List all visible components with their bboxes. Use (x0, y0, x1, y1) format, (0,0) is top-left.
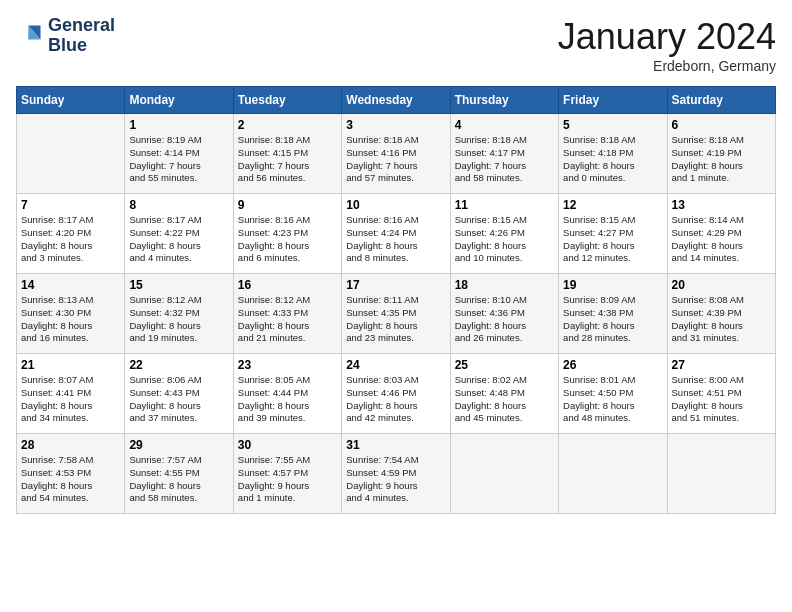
logo-icon (16, 22, 44, 50)
weekday-header: Thursday (450, 87, 558, 114)
calendar-cell (17, 114, 125, 194)
calendar-table: SundayMondayTuesdayWednesdayThursdayFrid… (16, 86, 776, 514)
day-number: 12 (563, 198, 662, 212)
calendar-cell: 6Sunrise: 8:18 AM Sunset: 4:19 PM Daylig… (667, 114, 775, 194)
day-number: 14 (21, 278, 120, 292)
day-number: 28 (21, 438, 120, 452)
calendar-cell: 14Sunrise: 8:13 AM Sunset: 4:30 PM Dayli… (17, 274, 125, 354)
weekday-header-row: SundayMondayTuesdayWednesdayThursdayFrid… (17, 87, 776, 114)
calendar-week-row: 7Sunrise: 8:17 AM Sunset: 4:20 PM Daylig… (17, 194, 776, 274)
logo-text: General Blue (48, 16, 115, 56)
day-number: 18 (455, 278, 554, 292)
calendar-cell: 28Sunrise: 7:58 AM Sunset: 4:53 PM Dayli… (17, 434, 125, 514)
calendar-cell: 4Sunrise: 8:18 AM Sunset: 4:17 PM Daylig… (450, 114, 558, 194)
day-info: Sunrise: 8:18 AM Sunset: 4:17 PM Dayligh… (455, 134, 554, 185)
day-info: Sunrise: 8:15 AM Sunset: 4:26 PM Dayligh… (455, 214, 554, 265)
day-info: Sunrise: 8:00 AM Sunset: 4:51 PM Dayligh… (672, 374, 771, 425)
day-info: Sunrise: 8:17 AM Sunset: 4:20 PM Dayligh… (21, 214, 120, 265)
day-info: Sunrise: 7:57 AM Sunset: 4:55 PM Dayligh… (129, 454, 228, 505)
title-block: January 2024 Erdeborn, Germany (558, 16, 776, 74)
day-number: 15 (129, 278, 228, 292)
day-info: Sunrise: 8:06 AM Sunset: 4:43 PM Dayligh… (129, 374, 228, 425)
day-info: Sunrise: 8:07 AM Sunset: 4:41 PM Dayligh… (21, 374, 120, 425)
day-info: Sunrise: 8:05 AM Sunset: 4:44 PM Dayligh… (238, 374, 337, 425)
calendar-week-row: 21Sunrise: 8:07 AM Sunset: 4:41 PM Dayli… (17, 354, 776, 434)
day-number: 5 (563, 118, 662, 132)
calendar-cell: 25Sunrise: 8:02 AM Sunset: 4:48 PM Dayli… (450, 354, 558, 434)
weekday-header: Monday (125, 87, 233, 114)
day-number: 8 (129, 198, 228, 212)
day-info: Sunrise: 8:14 AM Sunset: 4:29 PM Dayligh… (672, 214, 771, 265)
day-info: Sunrise: 7:54 AM Sunset: 4:59 PM Dayligh… (346, 454, 445, 505)
day-number: 23 (238, 358, 337, 372)
logo: General Blue (16, 16, 115, 56)
calendar-cell: 19Sunrise: 8:09 AM Sunset: 4:38 PM Dayli… (559, 274, 667, 354)
day-info: Sunrise: 8:13 AM Sunset: 4:30 PM Dayligh… (21, 294, 120, 345)
day-number: 13 (672, 198, 771, 212)
calendar-week-row: 14Sunrise: 8:13 AM Sunset: 4:30 PM Dayli… (17, 274, 776, 354)
day-number: 6 (672, 118, 771, 132)
day-number: 16 (238, 278, 337, 292)
day-number: 29 (129, 438, 228, 452)
calendar-cell: 15Sunrise: 8:12 AM Sunset: 4:32 PM Dayli… (125, 274, 233, 354)
calendar-cell: 20Sunrise: 8:08 AM Sunset: 4:39 PM Dayli… (667, 274, 775, 354)
day-number: 10 (346, 198, 445, 212)
day-info: Sunrise: 8:15 AM Sunset: 4:27 PM Dayligh… (563, 214, 662, 265)
day-info: Sunrise: 7:58 AM Sunset: 4:53 PM Dayligh… (21, 454, 120, 505)
day-info: Sunrise: 8:12 AM Sunset: 4:32 PM Dayligh… (129, 294, 228, 345)
weekday-header: Saturday (667, 87, 775, 114)
weekday-header: Friday (559, 87, 667, 114)
weekday-header: Sunday (17, 87, 125, 114)
calendar-cell: 27Sunrise: 8:00 AM Sunset: 4:51 PM Dayli… (667, 354, 775, 434)
day-info: Sunrise: 8:18 AM Sunset: 4:19 PM Dayligh… (672, 134, 771, 185)
day-info: Sunrise: 8:08 AM Sunset: 4:39 PM Dayligh… (672, 294, 771, 345)
day-info: Sunrise: 8:16 AM Sunset: 4:24 PM Dayligh… (346, 214, 445, 265)
day-info: Sunrise: 8:11 AM Sunset: 4:35 PM Dayligh… (346, 294, 445, 345)
calendar-week-row: 28Sunrise: 7:58 AM Sunset: 4:53 PM Dayli… (17, 434, 776, 514)
calendar-cell: 1Sunrise: 8:19 AM Sunset: 4:14 PM Daylig… (125, 114, 233, 194)
day-number: 31 (346, 438, 445, 452)
calendar-cell: 5Sunrise: 8:18 AM Sunset: 4:18 PM Daylig… (559, 114, 667, 194)
page-header: General Blue January 2024 Erdeborn, Germ… (16, 16, 776, 74)
logo-line2: Blue (48, 36, 115, 56)
calendar-cell: 2Sunrise: 8:18 AM Sunset: 4:15 PM Daylig… (233, 114, 341, 194)
day-number: 19 (563, 278, 662, 292)
calendar-cell: 12Sunrise: 8:15 AM Sunset: 4:27 PM Dayli… (559, 194, 667, 274)
weekday-header: Wednesday (342, 87, 450, 114)
day-number: 1 (129, 118, 228, 132)
day-number: 27 (672, 358, 771, 372)
day-number: 3 (346, 118, 445, 132)
calendar-week-row: 1Sunrise: 8:19 AM Sunset: 4:14 PM Daylig… (17, 114, 776, 194)
calendar-cell: 17Sunrise: 8:11 AM Sunset: 4:35 PM Dayli… (342, 274, 450, 354)
day-number: 20 (672, 278, 771, 292)
day-number: 17 (346, 278, 445, 292)
day-number: 11 (455, 198, 554, 212)
calendar-cell: 7Sunrise: 8:17 AM Sunset: 4:20 PM Daylig… (17, 194, 125, 274)
day-info: Sunrise: 8:17 AM Sunset: 4:22 PM Dayligh… (129, 214, 228, 265)
calendar-cell: 10Sunrise: 8:16 AM Sunset: 4:24 PM Dayli… (342, 194, 450, 274)
calendar-cell (667, 434, 775, 514)
calendar-cell: 31Sunrise: 7:54 AM Sunset: 4:59 PM Dayli… (342, 434, 450, 514)
day-info: Sunrise: 7:55 AM Sunset: 4:57 PM Dayligh… (238, 454, 337, 505)
calendar-cell: 26Sunrise: 8:01 AM Sunset: 4:50 PM Dayli… (559, 354, 667, 434)
calendar-cell: 9Sunrise: 8:16 AM Sunset: 4:23 PM Daylig… (233, 194, 341, 274)
day-info: Sunrise: 8:18 AM Sunset: 4:18 PM Dayligh… (563, 134, 662, 185)
calendar-cell: 8Sunrise: 8:17 AM Sunset: 4:22 PM Daylig… (125, 194, 233, 274)
day-number: 25 (455, 358, 554, 372)
day-info: Sunrise: 8:18 AM Sunset: 4:16 PM Dayligh… (346, 134, 445, 185)
day-info: Sunrise: 8:19 AM Sunset: 4:14 PM Dayligh… (129, 134, 228, 185)
day-number: 21 (21, 358, 120, 372)
calendar-cell: 29Sunrise: 7:57 AM Sunset: 4:55 PM Dayli… (125, 434, 233, 514)
day-info: Sunrise: 8:03 AM Sunset: 4:46 PM Dayligh… (346, 374, 445, 425)
calendar-cell (450, 434, 558, 514)
calendar-cell: 24Sunrise: 8:03 AM Sunset: 4:46 PM Dayli… (342, 354, 450, 434)
calendar-cell (559, 434, 667, 514)
calendar-cell: 23Sunrise: 8:05 AM Sunset: 4:44 PM Dayli… (233, 354, 341, 434)
day-info: Sunrise: 8:16 AM Sunset: 4:23 PM Dayligh… (238, 214, 337, 265)
calendar-cell: 16Sunrise: 8:12 AM Sunset: 4:33 PM Dayli… (233, 274, 341, 354)
calendar-cell: 30Sunrise: 7:55 AM Sunset: 4:57 PM Dayli… (233, 434, 341, 514)
day-number: 22 (129, 358, 228, 372)
day-info: Sunrise: 8:18 AM Sunset: 4:15 PM Dayligh… (238, 134, 337, 185)
calendar-cell: 18Sunrise: 8:10 AM Sunset: 4:36 PM Dayli… (450, 274, 558, 354)
day-number: 9 (238, 198, 337, 212)
